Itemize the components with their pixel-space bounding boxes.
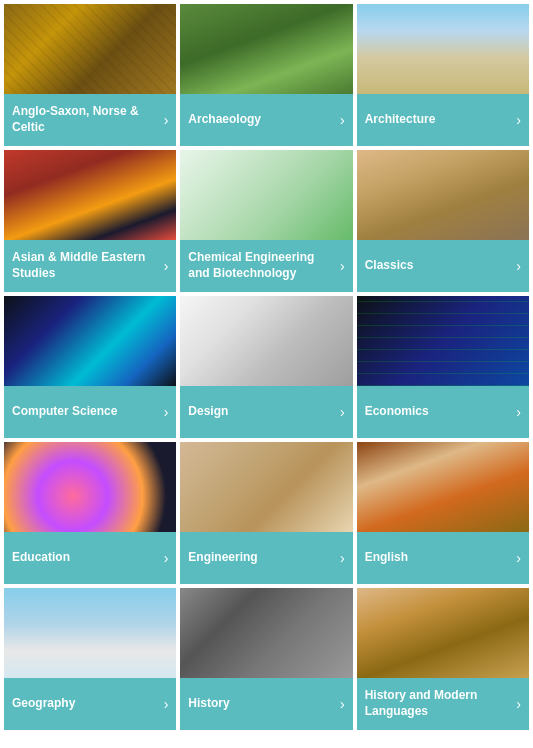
card-arrow-computer-science[interactable]: › xyxy=(164,404,169,420)
card-label-chemical-engineering: Chemical Engineering and Biotechnology xyxy=(188,250,336,281)
card-arrow-architecture[interactable]: › xyxy=(516,112,521,128)
card-arrow-english[interactable]: › xyxy=(516,550,521,566)
card-image-education xyxy=(4,442,176,532)
card-computer-science[interactable]: Computer Science› xyxy=(4,296,176,438)
card-image-computer-science xyxy=(4,296,176,386)
card-body-history: History› xyxy=(180,678,352,730)
card-label-architecture: Architecture xyxy=(365,112,513,128)
card-image-engineering xyxy=(180,442,352,532)
card-chemical-engineering[interactable]: Chemical Engineering and Biotechnology› xyxy=(180,150,352,292)
card-label-design: Design xyxy=(188,404,336,420)
card-body-computer-science: Computer Science› xyxy=(4,386,176,438)
card-label-computer-science: Computer Science xyxy=(12,404,160,420)
card-body-design: Design› xyxy=(180,386,352,438)
card-body-history-modern-languages: History and Modern Languages› xyxy=(357,678,529,730)
card-arrow-anglo-saxon[interactable]: › xyxy=(164,112,169,128)
card-body-chemical-engineering: Chemical Engineering and Biotechnology› xyxy=(180,240,352,292)
card-body-english: English› xyxy=(357,532,529,584)
card-arrow-engineering[interactable]: › xyxy=(340,550,345,566)
card-image-geography xyxy=(4,588,176,678)
card-body-engineering: Engineering› xyxy=(180,532,352,584)
card-arrow-asian-middle-eastern[interactable]: › xyxy=(164,258,169,274)
card-architecture[interactable]: Architecture› xyxy=(357,4,529,146)
card-arrow-history[interactable]: › xyxy=(340,696,345,712)
card-label-geography: Geography xyxy=(12,696,160,712)
card-body-archaeology: Archaeology› xyxy=(180,94,352,146)
card-design[interactable]: Design› xyxy=(180,296,352,438)
card-anglo-saxon[interactable]: Anglo-Saxon, Norse & Celtic› xyxy=(4,4,176,146)
card-label-economics: Economics xyxy=(365,404,513,420)
card-label-english: English xyxy=(365,550,513,566)
card-arrow-chemical-engineering[interactable]: › xyxy=(340,258,345,274)
card-body-classics: Classics› xyxy=(357,240,529,292)
card-image-english xyxy=(357,442,529,532)
card-label-history-modern-languages: History and Modern Languages xyxy=(365,688,513,719)
card-arrow-archaeology[interactable]: › xyxy=(340,112,345,128)
card-arrow-history-modern-languages[interactable]: › xyxy=(516,696,521,712)
card-label-asian-middle-eastern: Asian & Middle Eastern Studies xyxy=(12,250,160,281)
card-arrow-education[interactable]: › xyxy=(164,550,169,566)
card-image-archaeology xyxy=(180,4,352,94)
card-label-archaeology: Archaeology xyxy=(188,112,336,128)
card-label-history: History xyxy=(188,696,336,712)
card-label-classics: Classics xyxy=(365,258,513,274)
card-image-classics xyxy=(357,150,529,240)
card-english[interactable]: English› xyxy=(357,442,529,584)
card-image-history xyxy=(180,588,352,678)
card-archaeology[interactable]: Archaeology› xyxy=(180,4,352,146)
card-arrow-geography[interactable]: › xyxy=(164,696,169,712)
card-body-anglo-saxon: Anglo-Saxon, Norse & Celtic› xyxy=(4,94,176,146)
card-image-chemical-engineering xyxy=(180,150,352,240)
card-economics[interactable]: Economics› xyxy=(357,296,529,438)
card-arrow-design[interactable]: › xyxy=(340,404,345,420)
card-body-asian-middle-eastern: Asian & Middle Eastern Studies› xyxy=(4,240,176,292)
card-image-economics xyxy=(357,296,529,386)
card-arrow-classics[interactable]: › xyxy=(516,258,521,274)
card-label-anglo-saxon: Anglo-Saxon, Norse & Celtic xyxy=(12,104,160,135)
card-body-geography: Geography› xyxy=(4,678,176,730)
card-label-engineering: Engineering xyxy=(188,550,336,566)
subject-grid: Anglo-Saxon, Norse & Celtic›Archaeology›… xyxy=(0,0,533,734)
card-body-education: Education› xyxy=(4,532,176,584)
card-image-history-modern-languages xyxy=(357,588,529,678)
card-image-anglo-saxon xyxy=(4,4,176,94)
card-image-design xyxy=(180,296,352,386)
card-history-modern-languages[interactable]: History and Modern Languages› xyxy=(357,588,529,730)
card-body-economics: Economics› xyxy=(357,386,529,438)
card-engineering[interactable]: Engineering› xyxy=(180,442,352,584)
card-classics[interactable]: Classics› xyxy=(357,150,529,292)
card-arrow-economics[interactable]: › xyxy=(516,404,521,420)
card-body-architecture: Architecture› xyxy=(357,94,529,146)
card-asian-middle-eastern[interactable]: Asian & Middle Eastern Studies› xyxy=(4,150,176,292)
card-history[interactable]: History› xyxy=(180,588,352,730)
card-image-asian-middle-eastern xyxy=(4,150,176,240)
card-education[interactable]: Education› xyxy=(4,442,176,584)
card-label-education: Education xyxy=(12,550,160,566)
card-geography[interactable]: Geography› xyxy=(4,588,176,730)
card-image-architecture xyxy=(357,4,529,94)
